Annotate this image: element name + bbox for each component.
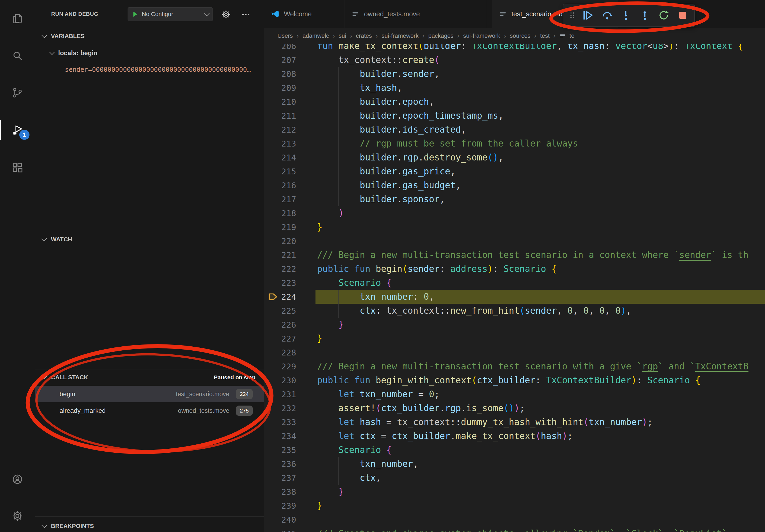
- line-number[interactable]: 238: [264, 485, 296, 499]
- sidebar-item-explorer[interactable]: [0, 6, 35, 32]
- code-line[interactable]: 229/// Begin a new multi-transaction tes…: [264, 360, 765, 374]
- step-over-button[interactable]: [598, 6, 616, 24]
- debug-config-dropdown[interactable]: No Configur: [128, 7, 213, 21]
- restart-button[interactable]: [655, 6, 672, 24]
- line-number[interactable]: 225: [264, 304, 296, 318]
- code-line[interactable]: 221/// Begin a new multi-transaction tes…: [264, 248, 765, 262]
- account-button[interactable]: [0, 466, 35, 492]
- line-number[interactable]: 209: [264, 81, 296, 95]
- line-number[interactable]: 210: [264, 95, 296, 109]
- variables-scope-row[interactable]: locals: begin: [35, 45, 264, 61]
- line-number[interactable]: 211: [264, 109, 296, 123]
- code-line[interactable]: 222public fun begin(sender: address): Sc…: [264, 262, 765, 276]
- code-line[interactable]: 237 ctx,: [264, 471, 765, 485]
- line-number[interactable]: 207: [264, 53, 296, 67]
- line-number[interactable]: 221: [264, 248, 296, 262]
- line-number[interactable]: 215: [264, 164, 296, 178]
- breadcrumb-item[interactable]: sources: [510, 32, 530, 39]
- line-number[interactable]: 218: [264, 206, 296, 220]
- code-line[interactable]: 216 builder.gas_budget,: [264, 178, 765, 192]
- line-number[interactable]: 237: [264, 471, 296, 485]
- line-number[interactable]: 208: [264, 67, 296, 81]
- tab-owned-tests[interactable]: owned_tests.move: [345, 0, 486, 28]
- line-number[interactable]: 240: [264, 513, 296, 527]
- code-line[interactable]: 232 assert!(ctx_builder.rgp.is_some());: [264, 401, 765, 415]
- breadcrumb-item[interactable]: sui-framework: [463, 32, 500, 39]
- line-number[interactable]: 227: [264, 332, 296, 346]
- line-number[interactable]: 217: [264, 192, 296, 206]
- line-number[interactable]: 229: [264, 360, 296, 374]
- code-line[interactable]: 212 builder.ids_created,: [264, 123, 765, 136]
- variable-row[interactable]: sender = 0000000000000000000000000000000…: [35, 62, 264, 77]
- breadcrumb-item[interactable]: packages: [428, 32, 453, 39]
- breadcrumb-symbol[interactable]: te: [570, 32, 574, 39]
- code-line[interactable]: 228: [264, 346, 765, 360]
- sidebar-item-run-and-debug[interactable]: 1: [0, 117, 35, 143]
- step-out-button[interactable]: [636, 6, 654, 24]
- line-number[interactable]: 231: [264, 387, 296, 401]
- code-line[interactable]: 217 builder.sponsor,: [264, 192, 765, 206]
- code-line[interactable]: 219}: [264, 220, 765, 234]
- step-into-button[interactable]: [617, 6, 635, 24]
- code-line[interactable]: 230public fun begin_with_context(ctx_bui…: [264, 374, 765, 387]
- stack-frame-already-marked[interactable]: already_marked owned_tests.move 275: [35, 402, 264, 419]
- line-number[interactable]: 224: [264, 290, 296, 304]
- line-number[interactable]: 236: [264, 457, 296, 471]
- code-line[interactable]: 208 builder.sender,: [264, 67, 765, 81]
- continue-button[interactable]: [579, 6, 597, 24]
- tab-welcome[interactable]: Welcome: [264, 0, 345, 28]
- call-stack-section-header[interactable]: CALL STACK Paused on step: [35, 370, 264, 386]
- code-line[interactable]: 226 }: [264, 318, 765, 332]
- code-line[interactable]: 231 let txn_number = 0;: [264, 387, 765, 401]
- more-actions-button[interactable]: [240, 9, 252, 20]
- debug-settings-button[interactable]: [220, 9, 232, 20]
- code-area[interactable]: 206fun make_tx_context(builder: TxContex…: [264, 0, 765, 532]
- toolbar-drag-grip[interactable]: [566, 6, 578, 24]
- code-line[interactable]: 227}: [264, 332, 765, 346]
- sidebar-item-extensions[interactable]: [0, 154, 35, 180]
- line-number[interactable]: 233: [264, 415, 296, 429]
- stop-button[interactable]: [674, 6, 692, 24]
- code-line[interactable]: 235 Scenario {: [264, 443, 765, 457]
- breadcrumb-item[interactable]: sui-framework: [382, 32, 419, 39]
- code-line[interactable]: 234 let ctx = ctx_builder.make_tx_contex…: [264, 429, 765, 443]
- code-line[interactable]: 236 txn_number,: [264, 457, 765, 471]
- line-number[interactable]: 241: [264, 527, 296, 532]
- code-line[interactable]: 215 builder.gas_price,: [264, 164, 765, 178]
- breadcrumb-item[interactable]: test: [540, 32, 549, 39]
- line-number[interactable]: 234: [264, 429, 296, 443]
- sidebar-item-search[interactable]: [0, 43, 35, 69]
- line-number[interactable]: 214: [264, 150, 296, 164]
- line-number[interactable]: 212: [264, 123, 296, 136]
- breadcrumb-item[interactable]: crates: [356, 32, 372, 39]
- line-number[interactable]: 223: [264, 276, 296, 290]
- line-number[interactable]: 216: [264, 178, 296, 192]
- code-line[interactable]: 223 Scenario {: [264, 276, 765, 290]
- line-number[interactable]: 239: [264, 499, 296, 513]
- code-line[interactable]: 233 let hash = tx_context::dummy_tx_hash…: [264, 415, 765, 429]
- line-number[interactable]: 232: [264, 401, 296, 415]
- settings-button[interactable]: [0, 503, 35, 529]
- code-line[interactable]: 238 }: [264, 485, 765, 499]
- code-line[interactable]: 241/// Creates and shares system objects…: [264, 527, 765, 532]
- line-number[interactable]: 220: [264, 234, 296, 248]
- code-line[interactable]: 225 ctx: tx_context::new_from_hint(sende…: [264, 304, 765, 318]
- line-number[interactable]: 222: [264, 262, 296, 276]
- code-line[interactable]: 211 builder.epoch_timestamp_ms,: [264, 109, 765, 123]
- breakpoints-section-header[interactable]: BREAKPOINTS: [35, 518, 264, 532]
- code-line[interactable]: 214 builder.rgp.destroy_some(),: [264, 150, 765, 164]
- breadcrumb-item[interactable]: sui: [339, 32, 346, 39]
- watch-section-header[interactable]: WATCH: [35, 231, 264, 247]
- line-number[interactable]: 230: [264, 374, 296, 387]
- code-line[interactable]: 224 txn_number: 0,: [264, 290, 765, 304]
- line-number[interactable]: 235: [264, 443, 296, 457]
- code-line[interactable]: 240: [264, 513, 765, 527]
- line-number[interactable]: 213: [264, 136, 296, 150]
- variables-section-header[interactable]: VARIABLES: [35, 28, 264, 44]
- code-line[interactable]: 220: [264, 234, 765, 248]
- breadcrumb-item[interactable]: adamwelc: [302, 32, 329, 39]
- line-number[interactable]: 226: [264, 318, 296, 332]
- line-number[interactable]: 219: [264, 220, 296, 234]
- breadcrumb-item[interactable]: Users: [278, 32, 293, 39]
- code-line[interactable]: 210 builder.epoch,: [264, 95, 765, 109]
